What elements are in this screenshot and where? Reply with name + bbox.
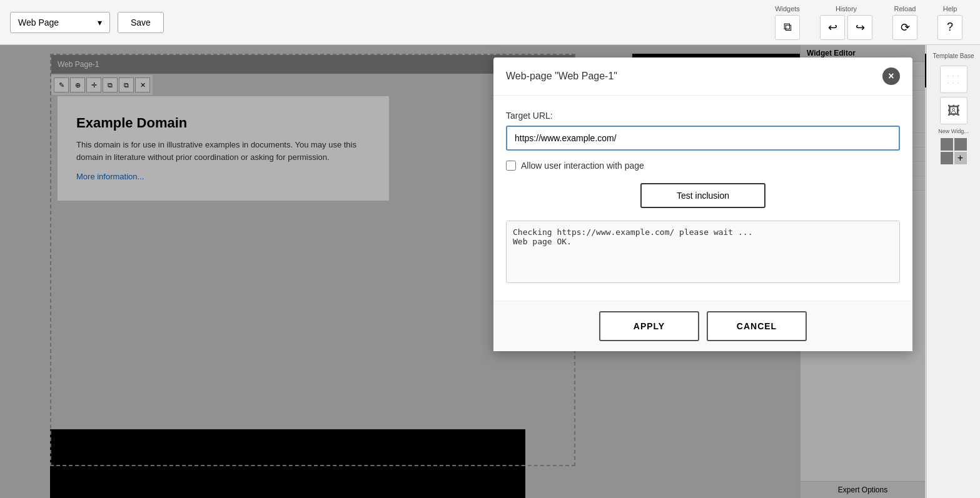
- right-panel: Template Base · · ·· · · 🖼 New Widg... +: [926, 45, 980, 498]
- reload-icons: ⟳: [892, 15, 917, 40]
- widgets-icon-btn[interactable]: ⧉: [775, 15, 800, 40]
- help-button[interactable]: ?: [937, 15, 962, 40]
- page-selector-label: Web Page: [18, 17, 59, 27]
- page-selector[interactable]: Web Page ▾: [10, 12, 110, 33]
- new-widget-grid: +: [941, 138, 967, 164]
- help-icons: ?: [937, 15, 962, 40]
- allow-interaction-label: Allow user interaction with page: [521, 161, 644, 171]
- dialog-close-button[interactable]: ×: [882, 67, 900, 85]
- allow-interaction-checkbox[interactable]: [506, 161, 516, 171]
- reload-button[interactable]: ⟳: [892, 15, 917, 40]
- history-label: History: [836, 5, 857, 12]
- grid-cell-1: [941, 138, 953, 151]
- widgets-icons: ⧉: [775, 15, 800, 40]
- top-toolbar: Web Page ▾ Save Widgets ⧉ History ↩ ↪ Re…: [0, 0, 980, 45]
- widgets-label: Widgets: [775, 5, 800, 12]
- history-group: History ↩ ↪: [812, 5, 880, 40]
- new-widget-label: New Widg...: [938, 128, 969, 134]
- reload-label: Reload: [894, 5, 916, 12]
- image-icon[interactable]: 🖼: [940, 97, 967, 124]
- undo-button[interactable]: ↩: [820, 15, 845, 40]
- allow-interaction-row: Allow user interaction with page: [506, 161, 900, 171]
- redo-button[interactable]: ↪: [847, 15, 872, 40]
- grid-cell-add[interactable]: +: [954, 152, 967, 164]
- dialog-footer: APPLY CANCEL: [493, 301, 912, 351]
- save-button[interactable]: Save: [118, 12, 164, 33]
- dialog-title: Web-page "Web Page-1": [506, 71, 617, 82]
- grid-cell-2: [954, 138, 967, 151]
- dialog-body: Target URL: Allow user interaction with …: [493, 96, 912, 301]
- web-page-dialog: Web-page "Web Page-1" × Target URL: Allo…: [493, 57, 912, 351]
- cancel-button[interactable]: CANCEL: [707, 311, 807, 341]
- dialog-overlay: Web-page "Web Page-1" × Target URL: Allo…: [0, 45, 925, 498]
- target-url-label: Target URL:: [506, 111, 900, 121]
- chevron-down-icon: ▾: [98, 17, 102, 27]
- widgets-group: Widgets ⧉: [767, 5, 807, 40]
- help-label: Help: [943, 5, 957, 12]
- result-textarea[interactable]: [506, 221, 900, 283]
- test-inclusion-button[interactable]: Test inclusion: [640, 183, 765, 208]
- apply-button[interactable]: APPLY: [599, 311, 699, 341]
- history-icons: ↩ ↪: [820, 15, 872, 40]
- help-group: Help ?: [930, 5, 970, 40]
- grid-cell-3: [941, 152, 953, 164]
- toolbar-right: Widgets ⧉ History ↩ ↪ Reload ⟳ Help ?: [767, 5, 970, 40]
- reload-group: Reload ⟳: [885, 5, 925, 40]
- template-base-label: Template Base: [930, 50, 976, 62]
- dots-icon-1: · · ·· · ·: [940, 66, 967, 93]
- dialog-header: Web-page "Web Page-1" ×: [493, 57, 912, 96]
- target-url-input[interactable]: [506, 126, 900, 151]
